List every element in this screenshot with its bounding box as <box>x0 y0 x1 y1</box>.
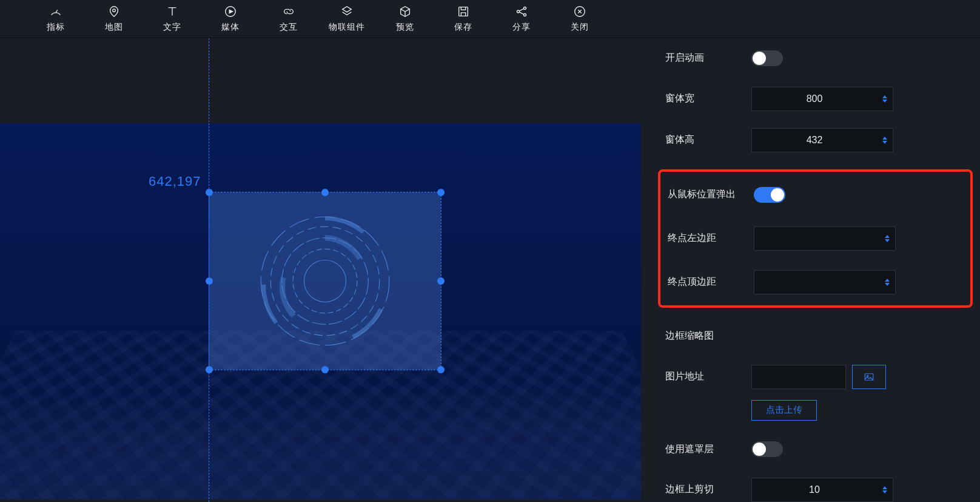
tool-media[interactable]: 媒体 <box>201 5 260 33</box>
resize-handle-bc[interactable] <box>321 366 329 373</box>
top-toolbar: 指标 地图 文字 媒体 交互 物联组件 预览 <box>0 0 980 38</box>
row-border-top-clip: 边框上剪切 10 <box>665 478 956 502</box>
resize-handle-tl[interactable] <box>206 189 213 196</box>
upload-button-label: 点击上传 <box>766 404 802 416</box>
resize-handle-bl[interactable] <box>206 366 213 373</box>
property-panel: 开启动画 窗体宽 800 窗体高 432 <box>641 38 980 502</box>
svg-point-4 <box>523 7 526 9</box>
stepper-down-icon[interactable] <box>882 100 887 103</box>
stepper-down-icon[interactable] <box>885 239 890 242</box>
label-popup-at-mouse: 从鼠标位置弹出 <box>668 188 754 201</box>
value-window-width: 800 <box>752 93 877 104</box>
row-window-width: 窗体宽 800 <box>665 87 956 111</box>
tool-label: 分享 <box>512 22 531 33</box>
input-end-top[interactable] <box>754 270 896 294</box>
toggle-use-mask[interactable] <box>751 441 783 457</box>
label-border-top-clip: 边框上剪切 <box>665 483 751 496</box>
value-window-height: 432 <box>752 135 877 146</box>
tool-save[interactable]: 保存 <box>434 5 492 33</box>
label-window-width: 窗体宽 <box>665 92 751 105</box>
tool-text[interactable]: 文字 <box>143 5 201 33</box>
cloud-node-icon <box>340 5 354 18</box>
tool-label: 物联组件 <box>329 22 365 33</box>
upload-button[interactable]: 点击上传 <box>751 400 817 421</box>
link-icon <box>281 5 296 18</box>
row-end-top: 终点顶边距 <box>660 269 965 296</box>
toggle-enable-animation[interactable] <box>751 50 783 66</box>
tool-label: 地图 <box>105 22 123 33</box>
resize-handle-tc[interactable] <box>321 189 329 196</box>
toggle-popup-at-mouse[interactable] <box>754 187 785 203</box>
stepper-down-icon[interactable] <box>882 490 887 494</box>
label-end-top: 终点顶边距 <box>668 276 754 288</box>
tool-label: 交互 <box>280 22 298 33</box>
input-border-top-clip[interactable]: 10 <box>751 478 893 502</box>
tool-label: 保存 <box>454 22 472 33</box>
stepper-up-icon[interactable] <box>885 279 890 282</box>
share-icon <box>514 5 529 18</box>
canvas-area[interactable]: 642,197 <box>0 38 641 502</box>
play-circle-icon <box>223 5 238 18</box>
stepper-up-icon[interactable] <box>885 235 890 238</box>
resize-handle-br[interactable] <box>437 366 445 373</box>
selection-box[interactable] <box>209 192 441 370</box>
input-window-height[interactable]: 432 <box>751 128 893 152</box>
tool-close[interactable]: 关闭 <box>551 5 609 33</box>
ruler-bottom <box>0 481 641 502</box>
tool-label: 指标 <box>47 22 65 33</box>
image-picker-button[interactable] <box>852 365 886 389</box>
row-window-height: 窗体高 432 <box>665 128 956 152</box>
tool-label: 关闭 <box>571 22 589 33</box>
label-use-mask: 使用遮罩层 <box>665 443 751 456</box>
tool-interact[interactable]: 交互 <box>260 5 318 33</box>
row-image-url: 图片地址 <box>665 365 956 389</box>
row-enable-animation: 开启动画 <box>665 47 956 70</box>
cube-icon <box>398 5 412 18</box>
tool-label: 预览 <box>396 22 414 33</box>
save-icon <box>456 5 471 18</box>
value-border-top-clip: 10 <box>752 484 877 495</box>
input-window-width[interactable]: 800 <box>751 87 893 111</box>
tech-circle-graphic <box>255 211 395 351</box>
text-icon <box>165 5 180 18</box>
map-pin-icon <box>107 5 121 18</box>
tool-iot[interactable]: 物联组件 <box>318 5 376 33</box>
label-window-height: 窗体高 <box>665 134 751 146</box>
svg-point-3 <box>517 10 519 13</box>
input-end-left[interactable] <box>754 226 896 251</box>
tool-share[interactable]: 分享 <box>492 5 551 33</box>
resize-handle-mr[interactable] <box>437 277 445 285</box>
svg-point-11 <box>304 260 346 302</box>
close-circle-icon <box>572 5 587 18</box>
tool-indicator[interactable]: 指标 <box>27 5 85 33</box>
stepper-up-icon[interactable] <box>882 137 887 140</box>
input-image-url[interactable] <box>751 365 846 389</box>
stepper-up-icon[interactable] <box>882 95 887 98</box>
label-image-url: 图片地址 <box>665 370 751 383</box>
label-enable-animation: 开启动画 <box>665 52 751 64</box>
resize-handle-ml[interactable] <box>206 277 213 285</box>
svg-point-5 <box>523 13 526 16</box>
gauge-icon <box>49 5 63 18</box>
stepper-up-icon[interactable] <box>882 486 887 489</box>
tool-preview[interactable]: 预览 <box>376 5 434 33</box>
tool-label: 文字 <box>163 22 181 33</box>
row-popup-at-mouse: 从鼠标位置弹出 <box>660 181 965 208</box>
ruler-top <box>0 38 641 90</box>
row-use-mask: 使用遮罩层 <box>665 438 956 461</box>
resize-handle-tr[interactable] <box>437 189 445 196</box>
tool-map[interactable]: 地图 <box>85 5 143 33</box>
svg-point-8 <box>270 226 379 335</box>
row-border-thumb: 边框缩略图 <box>665 325 956 348</box>
image-icon <box>863 371 875 382</box>
label-end-left: 终点左边距 <box>668 232 754 245</box>
tool-label: 媒体 <box>221 22 240 33</box>
stepper-down-icon[interactable] <box>882 141 887 144</box>
svg-point-10 <box>293 249 357 313</box>
label-border-thumb: 边框缩略图 <box>665 330 751 342</box>
row-end-left: 终点左边距 <box>660 225 965 252</box>
stepper-down-icon[interactable] <box>885 283 890 286</box>
coord-label: 642,197 <box>149 174 201 189</box>
highlighted-group: 从鼠标位置弹出 终点左边距 终点 <box>658 169 973 308</box>
svg-point-0 <box>113 9 116 12</box>
